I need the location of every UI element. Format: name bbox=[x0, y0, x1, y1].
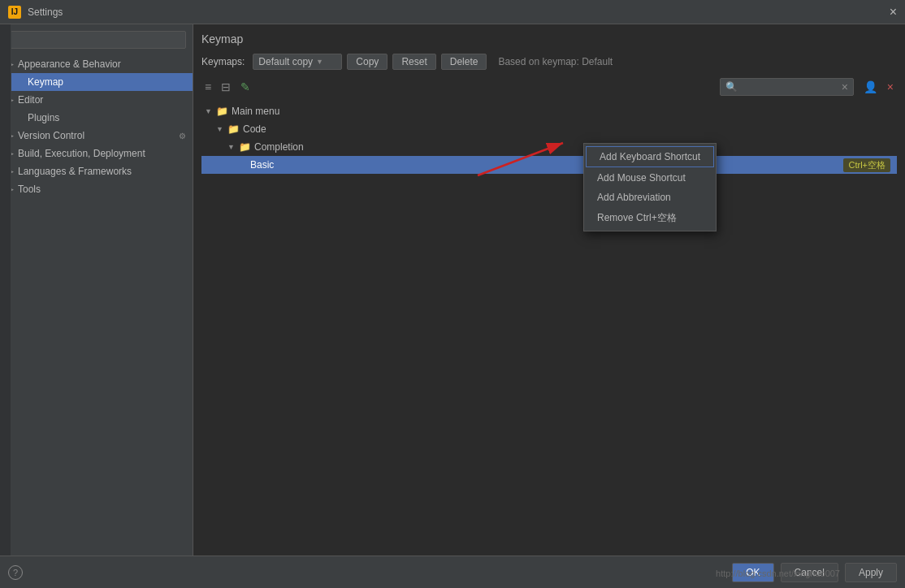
sidebar-item-label: Build, Execution, Deployment bbox=[18, 148, 145, 159]
keymaps-toolbar: Keymaps: Default copy ▼ Copy Reset Delet… bbox=[201, 54, 897, 70]
search-icon: 🔍 bbox=[725, 81, 738, 93]
keymaps-label: Keymaps: bbox=[201, 56, 245, 67]
sidebar-item-plugins[interactable]: Plugins bbox=[0, 109, 193, 127]
sidebar-item-label: Tools bbox=[18, 184, 41, 195]
tree-toolbar: ≡ ⊟ ✎ 🔍 × 👤 × bbox=[201, 76, 897, 97]
keymap-search-box: 🔍 × bbox=[720, 78, 854, 96]
sidebar-item-version-control[interactable]: ▶ Version Control ⚙ bbox=[0, 127, 193, 145]
window-title: Settings bbox=[28, 6, 63, 18]
delete-button[interactable]: Delete bbox=[441, 54, 487, 70]
reset-button[interactable]: Reset bbox=[392, 54, 435, 70]
expand-arrow-icon: ▼ bbox=[227, 143, 237, 151]
close-button[interactable]: × bbox=[890, 6, 897, 19]
tree-item-label: Basic bbox=[250, 159, 274, 171]
context-menu-item-add-mouse-shortcut[interactable]: Add Mouse Shortcut bbox=[584, 168, 716, 188]
collapse-all-button[interactable]: ⊟ bbox=[218, 79, 234, 95]
folder-icon: 📁 bbox=[216, 106, 228, 117]
sidebar-item-tools[interactable]: ▶ Tools bbox=[0, 180, 193, 198]
context-menu-item-add-abbreviation[interactable]: Add Abbreviation bbox=[584, 188, 716, 207]
context-menu: Add Keyboard Shortcut Add Mouse Shortcut… bbox=[583, 143, 717, 231]
tree-item-main-menu[interactable]: ▼ 📁 Main menu bbox=[201, 102, 897, 120]
sidebar-item-appearance-behavior[interactable]: ▶ Appearance & Behavior bbox=[0, 55, 193, 73]
tree-item-basic[interactable]: Basic Ctrl+空格 bbox=[201, 156, 897, 174]
sidebar-search-container bbox=[0, 24, 193, 55]
close-icon[interactable]: × bbox=[884, 79, 897, 95]
copy-button[interactable]: Copy bbox=[347, 54, 388, 70]
dropdown-arrow-icon: ▼ bbox=[316, 58, 323, 66]
watermark-text: http://blog.csdn.net/xinghuo007 bbox=[716, 569, 840, 578]
sidebar-item-label: Version Control bbox=[18, 130, 84, 141]
tree-item-completion[interactable]: ▼ 📁 Completion bbox=[201, 138, 897, 156]
tree-item-label: Main menu bbox=[232, 106, 279, 117]
sidebar-items: ▶ Appearance & Behavior Keymap ▶ Editor … bbox=[0, 55, 193, 556]
sidebar-item-languages-frameworks[interactable]: ▶ Languages & Frameworks bbox=[0, 162, 193, 180]
selected-keymap-value: Default copy bbox=[258, 56, 313, 67]
folder-icon: 📁 bbox=[227, 123, 240, 135]
no-arrow bbox=[16, 78, 24, 86]
tree-item-label: Code bbox=[243, 123, 266, 135]
edit-button[interactable]: ✎ bbox=[237, 79, 253, 95]
expand-arrow-icon: ▼ bbox=[205, 107, 214, 115]
tree-item-code[interactable]: ▼ 📁 Code bbox=[201, 120, 897, 138]
content-area: Keymap Keymaps: Default copy ▼ Copy Rese… bbox=[193, 24, 905, 556]
code-editor-bg bbox=[0, 24, 11, 556]
user-icon[interactable]: 👤 bbox=[860, 79, 881, 95]
context-menu-item-remove-shortcut[interactable]: Remove Ctrl+空格 bbox=[584, 207, 716, 229]
context-menu-item-add-keyboard-shortcut[interactable]: Add Keyboard Shortcut bbox=[586, 146, 714, 167]
page-title: Keymap bbox=[201, 32, 897, 45]
help-button[interactable]: ? bbox=[8, 565, 23, 580]
sidebar: ▶ Appearance & Behavior Keymap ▶ Editor … bbox=[0, 24, 193, 556]
shortcut-badge: Ctrl+空格 bbox=[843, 158, 890, 172]
sidebar-item-label: Languages & Frameworks bbox=[18, 166, 132, 177]
sidebar-item-label: Editor bbox=[18, 94, 43, 106]
sidebar-item-label: Appearance & Behavior bbox=[18, 58, 121, 70]
expand-all-button[interactable]: ≡ bbox=[201, 79, 214, 95]
app-icon: IJ bbox=[8, 6, 21, 19]
sidebar-item-editor[interactable]: ▶ Editor bbox=[0, 91, 193, 109]
keymap-search-input[interactable] bbox=[741, 81, 838, 93]
tree-item-label: Completion bbox=[254, 141, 304, 153]
expand-arrow-icon: ▼ bbox=[216, 125, 226, 133]
no-arrow bbox=[16, 114, 24, 122]
sidebar-item-label: Keymap bbox=[28, 76, 63, 88]
keymap-tree: ▼ 📁 Main menu ▼ 📁 Code ▼ 📁 Completion bbox=[201, 102, 897, 547]
apply-button[interactable]: Apply bbox=[845, 563, 897, 582]
main-layout: ▶ Appearance & Behavior Keymap ▶ Editor … bbox=[0, 24, 905, 556]
based-on-label: Based on keymap: Default bbox=[498, 56, 613, 67]
sidebar-item-build-execution[interactable]: ▶ Build, Execution, Deployment bbox=[0, 145, 193, 162]
sidebar-item-label: Plugins bbox=[28, 112, 59, 123]
keymaps-dropdown[interactable]: Default copy ▼ bbox=[253, 54, 342, 70]
search-clear-icon[interactable]: × bbox=[842, 80, 848, 93]
folder-icon: 📁 bbox=[239, 141, 251, 153]
sidebar-item-keymap[interactable]: Keymap bbox=[0, 73, 193, 91]
title-bar: IJ Settings × bbox=[0, 0, 905, 24]
sidebar-search-input[interactable] bbox=[6, 31, 186, 49]
